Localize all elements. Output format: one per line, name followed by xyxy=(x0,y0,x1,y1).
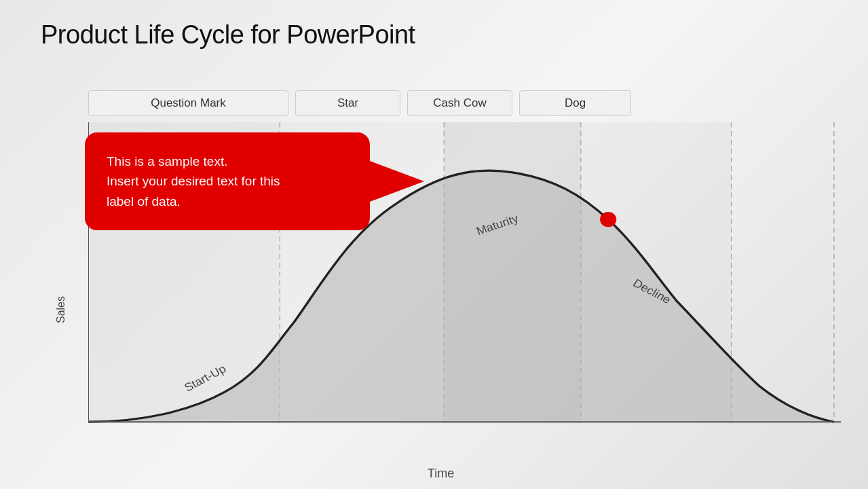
phase-box-cash-cow: Cash Cow xyxy=(407,90,512,116)
phase-labels: Question Mark Star Cash Cow Dog xyxy=(88,88,841,118)
callout-text-line2: Insert your desired text for this xyxy=(107,174,280,188)
phase-box-dog: Dog xyxy=(519,90,631,116)
callout-bubble: This is a sample text. Insert your desir… xyxy=(85,132,370,230)
callout-text-line1: This is a sample text. xyxy=(107,154,227,168)
y-axis-label: Sales xyxy=(55,296,67,323)
callout-text-line3: label of data. xyxy=(107,194,181,209)
phase-box-question-mark: Question Mark xyxy=(88,90,288,116)
page-title: Product Life Cycle for PowerPoint xyxy=(41,20,415,50)
callout-container: This is a sample text. Insert your desir… xyxy=(85,132,370,230)
x-axis-label: Time xyxy=(428,467,454,481)
svg-point-14 xyxy=(600,212,616,227)
phase-box-star: Star xyxy=(295,90,400,116)
